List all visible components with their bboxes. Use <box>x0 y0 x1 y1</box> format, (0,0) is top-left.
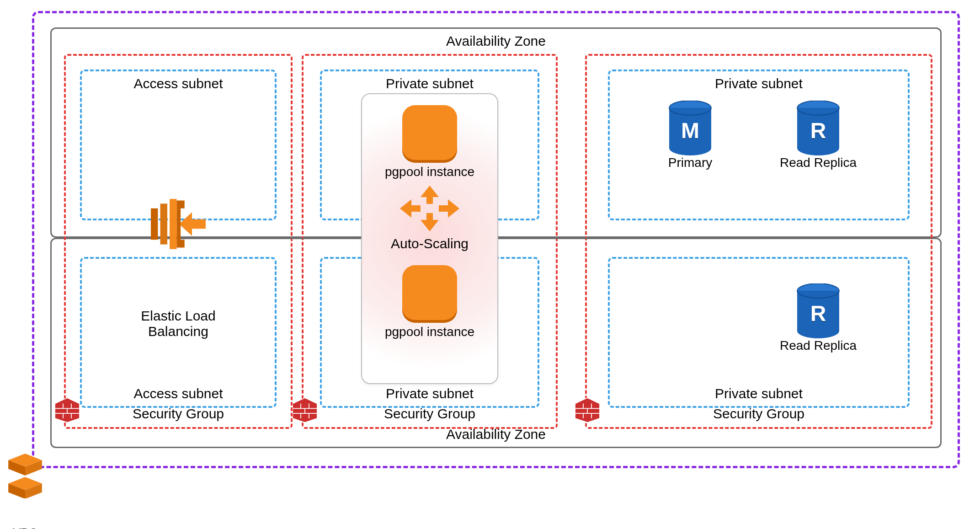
svg-rect-31 <box>160 203 167 244</box>
subnet-bottom-private-2: Private subnet <box>608 257 910 408</box>
subnet-bottom-private-2-label: Private subnet <box>610 386 908 401</box>
auto-scaling-icon <box>400 186 459 231</box>
svg-marker-36 <box>421 186 439 204</box>
sg-2-label: Security Group <box>304 406 556 422</box>
db-read-replica-bottom: R Read Replica <box>777 283 859 353</box>
db-primary-label: Primary <box>649 155 731 170</box>
sg-3-label: Security Group <box>587 406 931 422</box>
sg-1-label: Security Group <box>66 406 291 422</box>
connector-asg-db <box>498 238 608 239</box>
svg-marker-33 <box>179 212 206 235</box>
db-primary: M Primary <box>649 101 731 170</box>
pgpool-instance-bottom-label: pgpool instance <box>362 325 497 339</box>
pgpool-instance-top-label: pgpool instance <box>362 165 497 179</box>
connector-elb-asg <box>219 238 361 239</box>
elastic-load-balancer: Elastic Load Balancing <box>128 197 229 339</box>
subnet-top-access-label: Access subnet <box>82 76 275 91</box>
az-top-label: Availability Zone <box>52 33 940 49</box>
svg-marker-38 <box>400 199 421 218</box>
firewall-icon-2 <box>293 398 317 422</box>
elb-icon <box>142 197 215 251</box>
db-primary-letter: M <box>667 118 713 143</box>
pgpool-instance-top-icon <box>402 105 457 160</box>
db-read-replica-top-letter: R <box>795 118 841 143</box>
subnet-bottom-access-label: Access subnet <box>82 386 275 401</box>
db-read-replica-bottom-icon: R <box>795 283 841 334</box>
az-bottom-label: Availability Zone <box>52 427 940 442</box>
subnet-top-private-1-label: Private subnet <box>322 76 538 91</box>
db-read-replica-top-icon: R <box>795 101 841 151</box>
db-read-replica-bottom-label: Read Replica <box>777 338 859 353</box>
auto-scaling-group: pgpool instance Auto-Scaling pgpool inst… <box>361 93 498 384</box>
db-primary-icon: M <box>667 101 713 151</box>
db-read-replica-top: R Read Replica <box>777 101 859 170</box>
pgpool-instance-bottom-icon <box>402 265 457 320</box>
svg-marker-39 <box>439 199 459 218</box>
firewall-icon-3 <box>575 398 600 422</box>
db-read-replica-top-label: Read Replica <box>777 155 859 170</box>
vpc-cube-icon <box>7 453 43 498</box>
auto-scaling-label: Auto-Scaling <box>362 236 497 251</box>
svg-rect-30 <box>151 208 158 240</box>
db-read-replica-bottom-letter: R <box>795 301 841 326</box>
architecture-diagram: VPC Availability Zone Availability Zone … <box>0 0 980 529</box>
firewall-icon-1 <box>55 398 80 422</box>
vpc-icon: VPC <box>5 453 46 529</box>
svg-rect-32 <box>170 199 176 249</box>
subnet-top-private-2-label: Private subnet <box>610 76 908 91</box>
vpc-label: VPC <box>5 526 46 529</box>
elb-label: Elastic Load Balancing <box>128 308 229 339</box>
subnet-bottom-private-1-label: Private subnet <box>322 386 538 401</box>
svg-marker-37 <box>421 213 439 231</box>
